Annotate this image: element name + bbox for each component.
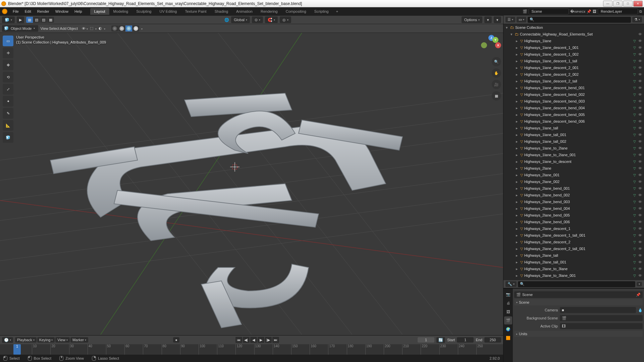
props-tab-render[interactable]: 📷 <box>504 290 512 298</box>
viewport-menu-view[interactable]: View <box>40 26 48 31</box>
options-dropdown[interactable]: Options▾ <box>462 16 482 23</box>
start-frame-field[interactable]: 1 <box>457 337 474 343</box>
editor-type-selector[interactable]: 🧊▾ <box>2 16 15 23</box>
cursor-tool-toggle[interactable]: ▶ <box>17 16 24 23</box>
viewport-menu-object[interactable]: Object <box>67 26 78 31</box>
play-reverse-button[interactable]: ◀ <box>250 337 257 343</box>
gizmo-btn-3[interactable]: ▨ <box>40 17 47 23</box>
gizmo-btn-2[interactable]: ▧ <box>33 17 40 23</box>
workspace-tab-scripting[interactable]: Scripting <box>310 8 333 15</box>
outliner-row-object[interactable]: ▸▽Highways_1lane_to_2lane_001▽👁 <box>503 152 644 158</box>
hide-toggle-icon[interactable]: 👁 <box>637 72 643 76</box>
outliner-row-object[interactable]: ▸▽Highways_2lane_001▽👁 <box>503 172 644 178</box>
sync-button[interactable]: 🔄 <box>436 337 445 343</box>
outliner-row-object[interactable]: ▸▽Highways_1lane_to_descent▽👁 <box>503 158 644 165</box>
axis-x-icon[interactable]: X <box>495 42 501 48</box>
outliner-display-selector[interactable]: ▭▾ <box>517 17 526 22</box>
add-workspace-button[interactable]: + <box>333 8 341 14</box>
hide-toggle-icon[interactable]: 👁 <box>637 66 643 70</box>
hide-toggle-icon[interactable]: 👁 <box>637 267 643 271</box>
tool-cursor[interactable]: ✛ <box>3 48 13 58</box>
hide-toggle-icon[interactable]: 👁 <box>637 146 643 150</box>
outliner-row-object[interactable]: ▸▽Highways_1lane_descent_bend_003▽👁 <box>503 98 644 105</box>
timeline-editor-selector[interactable]: 🕐▾ <box>2 337 13 343</box>
shading-render[interactable] <box>132 25 139 32</box>
shading-matprev[interactable] <box>125 25 132 32</box>
props-tab-object[interactable]: 🟧 <box>504 334 512 342</box>
pin-icon[interactable]: 📌 <box>636 293 641 297</box>
props-tab-scene[interactable]: 🎬 <box>504 316 512 324</box>
outliner-row-object[interactable]: ▸▽Highways_1lane_descent_2_001▽👁 <box>503 64 644 71</box>
tool-add[interactable]: 🧊 <box>3 132 13 143</box>
camera-gizmo[interactable]: 🎥 <box>492 80 501 89</box>
close-button[interactable]: ✕ <box>633 1 643 7</box>
proportional-edit[interactable]: ◎▾ <box>280 16 291 23</box>
outliner-row-object[interactable]: ▸▽Highways_2lane_descent_1▽👁 <box>503 225 644 232</box>
outliner-row-object[interactable]: ▸▽Highways_1lane_tall▽👁 <box>503 125 644 131</box>
outliner-row-object[interactable]: ▸▽Highways_1lane_descent_1_001▽👁 <box>503 44 644 51</box>
outliner-row-object[interactable]: ▸▽Highways_1lane_tall_001▽👁 <box>503 131 644 138</box>
hide-toggle-icon[interactable]: 👁 <box>637 220 643 224</box>
timeline-ruler[interactable]: 0102030405060708090100110120130140150160… <box>0 344 503 355</box>
workspace-tab-rendering[interactable]: Rendering <box>257 8 282 15</box>
outliner-row-object[interactable]: ▸▽Highways_1lane_descent_1_002▽👁 <box>503 51 644 58</box>
hide-toggle-icon[interactable]: 👁 <box>637 139 643 143</box>
outliner-row-object[interactable]: ▸▽Highways_2lane_descent_1_tall_001▽👁 <box>503 232 644 239</box>
workspace-tab-sculpting[interactable]: Sculpting <box>132 8 155 15</box>
viewport-3d[interactable]: User Perspective (1) Scene Collection | … <box>0 33 503 335</box>
hide-toggle-icon[interactable]: 👁 <box>637 240 643 244</box>
outliner-row-object[interactable]: ▸▽Highways_2lane_bend_001▽👁 <box>503 185 644 192</box>
outliner-row-scene-collection[interactable]: ▾🗀 Scene Collection <box>503 24 644 31</box>
outliner-row-object[interactable]: ▸▽Highways_1lane_descent_bend_005▽👁 <box>503 111 644 118</box>
hide-toggle-icon[interactable]: 👁 <box>637 106 643 110</box>
hide-toggle-icon[interactable]: 👁 <box>637 153 643 157</box>
hide-toggle-icon[interactable]: 👁 <box>637 186 643 190</box>
menu-render[interactable]: Render <box>35 8 52 14</box>
bgscene-field[interactable]: 🎬 <box>560 315 643 321</box>
persp-gizmo[interactable]: ▦ <box>492 91 501 101</box>
hide-toggle-icon[interactable]: 👁 <box>637 260 643 264</box>
outliner-row-object[interactable]: ▸▽Highways_2lane_to_3lane_001▽👁 <box>503 272 644 279</box>
workspace-tab-uv-editing[interactable]: UV Editing <box>155 8 181 15</box>
hide-toggle-icon[interactable]: 👁 <box>637 166 643 170</box>
snap-selector[interactable]: 🧲▾ <box>265 16 278 23</box>
outliner-row-object[interactable]: ▸▽Highways_2lane▽👁 <box>503 165 644 172</box>
timeline-menu-playback[interactable]: Playback ▾ <box>15 337 37 343</box>
outliner-filter-button[interactable]: ⚗▾ <box>632 17 642 22</box>
props-tab-viewlayer[interactable]: 🖼 <box>504 308 512 316</box>
hide-toggle-icon[interactable]: 👁 <box>637 180 643 184</box>
tool-annotate[interactable]: ✎ <box>3 108 13 119</box>
hide-toggle-icon[interactable]: 👁 <box>637 247 643 251</box>
hide-toggle-icon[interactable]: 👁 <box>637 119 643 123</box>
outliner-row-object[interactable]: ▸▽Highways_1lane_descent_2_002▽👁 <box>503 71 644 78</box>
xray-dropdown[interactable]: ▾ <box>104 26 105 31</box>
properties-search-mini[interactable]: 🔍 <box>518 281 635 287</box>
outliner-row-object[interactable]: ▸▽Highways_2lane_descent_2▽👁 <box>503 239 644 245</box>
hide-toggle-icon[interactable]: 👁 <box>637 93 643 97</box>
workspace-tab-modeling[interactable]: Modeling <box>109 8 132 15</box>
current-frame-field[interactable]: 1 <box>418 337 434 343</box>
outliner-row-object[interactable]: ▸▽Highways_1lane_descent_bend_006▽👁 <box>503 118 644 125</box>
viewport-menu-select[interactable]: Select <box>49 26 59 31</box>
hide-toggle-icon[interactable]: 👁 <box>637 86 643 90</box>
xray-toggle[interactable]: ◐ <box>99 26 102 31</box>
outliner-row-object[interactable]: ▸▽Highways_2lane_to_3lane▽👁 <box>503 265 644 272</box>
zoom-gizmo[interactable]: 🔍 <box>492 57 501 66</box>
properties-sync-button[interactable]: ▾ <box>637 282 642 286</box>
axis-neg-icon[interactable] <box>481 42 487 48</box>
outliner-row-collection[interactable]: ▾🗀 Connectable_Highway_Road_Elements_Set… <box>503 31 644 38</box>
transform-orientation[interactable]: Global▾ <box>231 16 250 23</box>
hide-toggle-icon[interactable]: 👁 <box>637 46 643 50</box>
hide-toggle-icon[interactable]: 👁 <box>637 39 643 43</box>
hide-toggle-icon[interactable]: 👁 <box>637 32 643 36</box>
maximize-button[interactable]: □ <box>623 1 633 7</box>
panel-scene[interactable]: ▾Scene <box>514 299 643 305</box>
gizmo-btn-4[interactable]: ▩ <box>47 17 54 23</box>
scene-datablock-selector[interactable]: 🎬 Scene 📌 <box>514 291 643 298</box>
outliner-row-object[interactable]: ▸▽Highways_2lane_bend_002▽👁 <box>503 192 644 198</box>
hide-toggle-icon[interactable]: 👁 <box>637 126 643 130</box>
hide-toggle-icon[interactable]: 👁 <box>637 274 643 278</box>
shading-dropdown[interactable]: ▾ <box>141 26 143 31</box>
outliner-row-object[interactable]: ▸▽Highways_2lane_002▽👁 <box>503 178 644 185</box>
workspace-tab-texture-paint[interactable]: Texture Paint <box>181 8 210 15</box>
